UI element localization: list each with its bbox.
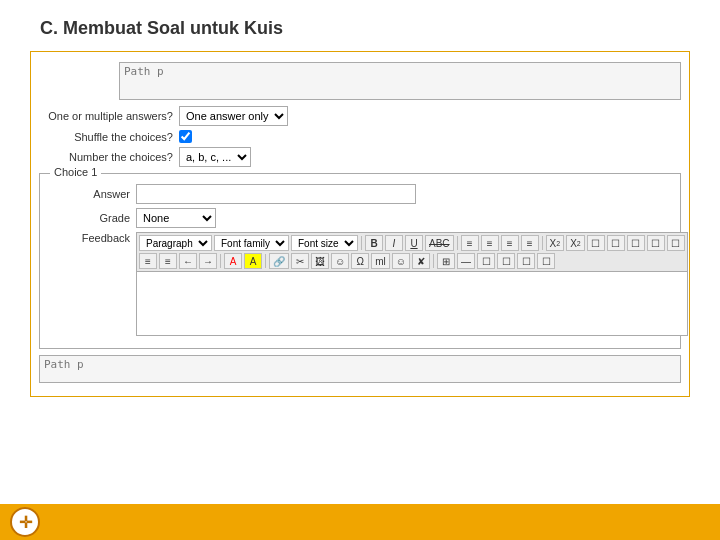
italic-button[interactable]: I — [385, 235, 403, 251]
media-button[interactable]: ml — [371, 253, 390, 269]
choice-legend: Choice 1 — [50, 166, 101, 178]
number-label: Number the choices? — [39, 151, 179, 163]
extra-btn-6[interactable]: ☐ — [477, 253, 495, 269]
grade-label: Grade — [46, 212, 136, 224]
divider-3 — [542, 236, 543, 250]
align-right-button[interactable]: ≡ — [501, 235, 519, 251]
page-title: C. Membuat Soal untuk Kuis — [0, 0, 720, 51]
font-family-select[interactable]: Font family — [214, 235, 289, 251]
image-button[interactable]: 🖼 — [311, 253, 329, 269]
answer-row: Answer — [46, 184, 674, 204]
one-or-multiple-control: One answer only Multiple answers — [179, 106, 288, 126]
divider-6 — [433, 254, 434, 268]
indent-out-button[interactable]: ← — [179, 253, 197, 269]
shuffle-row: Shuffle the choices? — [39, 130, 681, 143]
cleanup-button[interactable]: ✘ — [412, 253, 430, 269]
feedback-editor: Paragraph Font family Font size B I — [136, 232, 688, 336]
bold-button[interactable]: B — [365, 235, 383, 251]
divider-1 — [361, 236, 362, 250]
number-control: a, b, c, ... 1, 2, 3, ... None — [179, 147, 251, 167]
toolbar-row-2: ≡ ≡ ← → A A 🔗 ✂ 🖼 ☺ Ω — [139, 253, 685, 269]
divider-2 — [457, 236, 458, 250]
link-button[interactable]: 🔗 — [269, 253, 289, 269]
align-center-button[interactable]: ≡ — [481, 235, 499, 251]
extra-btn-9[interactable]: ☐ — [537, 253, 555, 269]
logo-circle: ✛ — [10, 507, 40, 537]
grade-row: Grade None 100% 50% — [46, 208, 674, 228]
align-left-button[interactable]: ≡ — [461, 235, 479, 251]
superscript-button[interactable]: X2 — [566, 235, 585, 251]
one-or-multiple-select[interactable]: One answer only Multiple answers — [179, 106, 288, 126]
align-justify-button[interactable]: ≡ — [521, 235, 539, 251]
choice-content: Answer Grade None 100% 50% Feedback — [46, 184, 674, 336]
feedback-label: Feedback — [46, 232, 136, 244]
subscript-button[interactable]: X2 — [546, 235, 565, 251]
choice-1-box: Choice 1 Answer Grade None 100% 50% Feed… — [39, 173, 681, 349]
shuffle-label: Shuffle the choices? — [39, 131, 179, 143]
bottom-textarea-row — [39, 349, 681, 386]
paragraph-select[interactable]: Paragraph — [139, 235, 212, 251]
strikethrough-button[interactable]: ABC — [425, 235, 454, 251]
divider-5 — [265, 254, 266, 268]
font-color-button[interactable]: A — [224, 253, 242, 269]
extra-btn-1[interactable]: ☐ — [587, 235, 605, 251]
extra-btn-4[interactable]: ☐ — [647, 235, 665, 251]
answer-label: Answer — [46, 188, 136, 200]
number-row: Number the choices? a, b, c, ... 1, 2, 3… — [39, 147, 681, 167]
one-or-multiple-row: One or multiple answers? One answer only… — [39, 106, 681, 126]
font-size-select[interactable]: Font size — [291, 235, 358, 251]
shuffle-checkbox[interactable] — [179, 130, 192, 143]
emotion-button[interactable]: ☺ — [392, 253, 410, 269]
top-textarea-row — [39, 62, 681, 100]
bottom-bar: ✛ — [0, 504, 720, 540]
number-select[interactable]: a, b, c, ... 1, 2, 3, ... None — [179, 147, 251, 167]
unlink-button[interactable]: ✂ — [291, 253, 309, 269]
extra-btn-8[interactable]: ☐ — [517, 253, 535, 269]
main-form-container: One or multiple answers? One answer only… — [30, 51, 690, 397]
bottom-textarea[interactable] — [39, 355, 681, 383]
indent-in-button[interactable]: → — [199, 253, 217, 269]
char-button[interactable]: Ω — [351, 253, 369, 269]
editor-toolbar: Paragraph Font family Font size B I — [136, 232, 688, 271]
table-button[interactable]: ⊞ — [437, 253, 455, 269]
ol-button[interactable]: ≡ — [159, 253, 177, 269]
shuffle-control — [179, 130, 192, 143]
highlight-button[interactable]: A — [244, 253, 262, 269]
extra-btn-5[interactable]: ☐ — [667, 235, 685, 251]
grade-select[interactable]: None 100% 50% — [136, 208, 216, 228]
extra-btn-7[interactable]: ☐ — [497, 253, 515, 269]
smiley-button[interactable]: ☺ — [331, 253, 349, 269]
editor-body[interactable] — [136, 271, 688, 336]
toolbar-row-1: Paragraph Font family Font size B I — [139, 235, 685, 251]
top-textarea[interactable] — [119, 62, 681, 100]
ul-button[interactable]: ≡ — [139, 253, 157, 269]
feedback-row: Feedback Paragraph Font family — [46, 232, 674, 336]
extra-btn-2[interactable]: ☐ — [607, 235, 625, 251]
one-or-multiple-label: One or multiple answers? — [39, 110, 179, 122]
rule-button[interactable]: — — [457, 253, 475, 269]
divider-4 — [220, 254, 221, 268]
extra-btn-3[interactable]: ☐ — [627, 235, 645, 251]
underline-button[interactable]: U — [405, 235, 423, 251]
answer-input[interactable] — [136, 184, 416, 204]
